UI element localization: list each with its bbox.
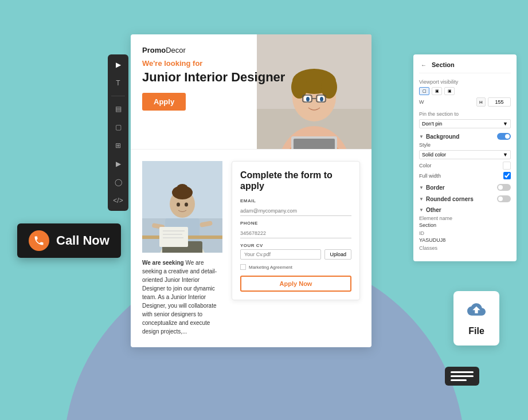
toolbar-divider <box>111 96 125 96</box>
toolbar-code-icon[interactable]: </> <box>112 195 124 206</box>
svg-point-24 <box>177 184 188 193</box>
toolbar-section-icon[interactable]: ▤ <box>112 103 124 115</box>
color-swatch[interactable] <box>503 162 511 170</box>
fullwidth-row: Full width <box>419 172 511 179</box>
classes-label: Classes <box>419 245 511 251</box>
viewport-icons: ▢ ▣ ▣ <box>419 87 455 95</box>
checkbox-row: Marketing Agreement <box>240 264 351 270</box>
form-card: Complete the form to apply EMAIL PHONE Y… <box>232 161 360 300</box>
toolbar-image-icon[interactable]: ▢ <box>112 121 124 133</box>
border-chevron-icon: ▼ <box>419 185 424 190</box>
toolbar-video-icon[interactable]: ▶ <box>112 158 124 170</box>
looking-for-text: We're looking for <box>142 59 360 68</box>
toolbar-cursor-icon[interactable]: ▶ <box>112 59 124 70</box>
pin-section: Pin the section to Don't pin ▼ <box>419 111 511 128</box>
call-icon <box>29 230 49 251</box>
phone-label: PHONE <box>240 221 351 226</box>
panel-header: ← Section <box>419 60 511 73</box>
apply-now-button[interactable]: Apply Now <box>240 276 351 292</box>
email-label: EMAIL <box>240 198 351 203</box>
svg-point-25 <box>177 203 180 207</box>
svg-rect-30 <box>159 227 188 247</box>
style-label: Style <box>419 142 511 148</box>
id-label: ID <box>419 230 511 236</box>
desktop-viewport-icon[interactable]: ▢ <box>419 87 429 95</box>
form-left-photo: We are seeking We are seeking a creative… <box>142 161 222 336</box>
right-panel: ← Section Viewport visibility ▢ ▣ ▣ W H … <box>413 54 517 261</box>
other-label: Other <box>426 207 441 213</box>
job-header-section: PromoDecor We're looking for Junior Inte… <box>131 34 371 149</box>
panel-back-button[interactable]: ← <box>419 60 428 69</box>
form-right: Complete the form to apply EMAIL PHONE Y… <box>232 161 360 336</box>
rounded-collapse[interactable]: ▼ Rounded corners <box>419 195 511 202</box>
toolbar-text-icon[interactable]: T <box>112 77 124 89</box>
main-page: PromoDecor We're looking for Junior Inte… <box>131 34 371 347</box>
border-collapse[interactable]: ▼ Border <box>419 184 511 191</box>
menu-line-1 <box>451 371 474 373</box>
form-section: We are seeking We are seeking a creative… <box>131 149 371 347</box>
toolbar-grid-icon[interactable]: ⊞ <box>112 140 124 151</box>
fullwidth-checkbox[interactable] <box>503 172 511 179</box>
border-panel-section: ▼ Border <box>419 184 511 191</box>
viewport-label: Viewport visibility <box>419 79 511 85</box>
tablet-viewport-icon[interactable]: ▣ <box>432 87 442 95</box>
cv-input[interactable] <box>240 249 321 260</box>
email-input[interactable] <box>240 206 351 216</box>
toolbar-circle-icon[interactable]: ◯ <box>112 176 124 188</box>
id-value: YASUDUJ8 <box>419 237 511 243</box>
color-row: Color <box>419 162 511 170</box>
job-header-left: PromoDecor We're looking for Junior Inte… <box>142 46 360 138</box>
background-toggle[interactable] <box>497 133 511 140</box>
background-panel-section: ▼ Background Style Solid color ▼ Color F… <box>419 133 511 179</box>
menu-widget[interactable] <box>445 367 479 386</box>
element-name-label: Element name <box>419 215 511 221</box>
form-title: Complete the form to apply <box>240 170 351 191</box>
job-description-text: We are seeking We are seeking a creative… <box>142 258 222 336</box>
width-input[interactable]: 155 <box>488 97 511 107</box>
menu-line-3 <box>451 379 467 381</box>
cv-field-group: YOUR CV Upload <box>240 243 351 260</box>
mobile-viewport-icon[interactable]: ▣ <box>444 87 455 95</box>
background-label: Background <box>426 134 459 140</box>
menu-line-2 <box>451 375 474 377</box>
upload-button[interactable]: Upload <box>324 249 351 260</box>
brand-name: PromoDecor <box>142 46 360 54</box>
phone-input[interactable] <box>240 229 351 238</box>
style-chevron-icon: ▼ <box>503 152 508 158</box>
checkbox-label: Marketing Agreement <box>249 265 292 270</box>
svg-point-26 <box>185 203 188 207</box>
rounded-label: Rounded corners <box>426 196 474 202</box>
call-now-text: Call Now <box>56 233 109 248</box>
cv-row: Upload <box>240 249 351 260</box>
apply-button[interactable]: Apply <box>142 93 186 111</box>
width-label: W <box>419 99 474 105</box>
cv-label: YOUR CV <box>240 243 351 248</box>
rounded-chevron-icon: ▼ <box>419 197 424 202</box>
pin-dropdown[interactable]: Don't pin ▼ <box>419 119 511 128</box>
fullwidth-label: Full width <box>419 173 501 179</box>
phone-field-group: PHONE <box>240 221 351 238</box>
svg-rect-16 <box>294 139 335 149</box>
viewport-icons-row: ▢ ▣ ▣ <box>419 87 511 95</box>
other-panel-section: ▼ Other Element name Section ID YASUDUJ8… <box>419 207 511 251</box>
element-name-value: Section <box>419 222 511 228</box>
other-collapse[interactable]: ▼ Other <box>419 207 511 213</box>
left-toolbar: ▶ T ▤ ▢ ⊞ ▶ ◯ </> <box>108 54 128 211</box>
email-field-group: EMAIL <box>240 198 351 216</box>
marketing-checkbox[interactable] <box>240 264 246 270</box>
file-widget[interactable]: File <box>453 291 499 346</box>
background-collapse[interactable]: ▼ Background <box>419 133 511 140</box>
form-photo-image <box>142 161 222 253</box>
other-chevron-icon: ▼ <box>419 207 424 213</box>
rounded-toggle[interactable] <box>497 195 511 202</box>
style-dropdown[interactable]: Solid color ▼ <box>419 150 511 159</box>
chevron-down-icon: ▼ <box>503 121 508 127</box>
border-toggle[interactable] <box>497 184 511 191</box>
chevron-icon: ▼ <box>419 134 424 139</box>
width-decrement[interactable]: H <box>476 97 486 107</box>
rounded-panel-section: ▼ Rounded corners <box>419 195 511 202</box>
call-now-widget[interactable]: Call Now <box>17 223 121 258</box>
pin-label: Pin the section to <box>419 111 511 117</box>
file-text: File <box>468 326 484 336</box>
file-upload-icon <box>467 300 486 323</box>
